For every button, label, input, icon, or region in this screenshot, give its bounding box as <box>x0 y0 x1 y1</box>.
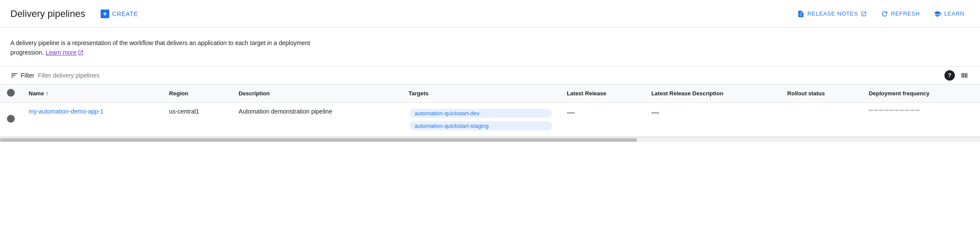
learn-more-ext-icon <box>78 50 84 56</box>
page-header: Delivery pipelines + CREATE RELEASE NOTE… <box>0 0 980 28</box>
document-icon <box>797 10 805 18</box>
help-button[interactable]: ? <box>944 70 955 81</box>
col-rollout-status: Rollout status <box>781 84 862 103</box>
table-row: my-automation-demo-app-1us-central1Autom… <box>0 102 980 136</box>
description-section: A delivery pipeline is a representation … <box>0 28 980 67</box>
filter-bar-right: ? <box>944 70 970 81</box>
col-latest-release-desc: Latest Release Description <box>644 84 781 103</box>
row-latest-release-desc-cell: — <box>644 102 781 136</box>
row-selector-cell <box>0 102 22 136</box>
external-link-icon <box>861 11 867 17</box>
col-description: Description <box>232 84 402 103</box>
row-latest-release-cell: — <box>560 102 644 136</box>
target-chip[interactable]: automation-quickstart-staging <box>409 121 552 130</box>
create-button[interactable]: + CREATE <box>95 6 143 22</box>
plus-icon: + <box>101 10 109 18</box>
learn-more-link[interactable]: Learn more <box>46 48 84 57</box>
row-name-cell: my-automation-demo-app-1 <box>22 102 162 136</box>
filter-icon <box>10 72 18 79</box>
filter-bar: Filter ? <box>0 67 980 84</box>
header-actions: RELEASE NOTES REFRESH LEARN <box>792 6 970 21</box>
table-scrollbar[interactable] <box>0 137 980 142</box>
table-header-row: Name ↑ Region Description Targets Latest… <box>0 84 980 103</box>
col-name[interactable]: Name ↑ <box>22 84 162 103</box>
learn-button[interactable]: LEARN <box>928 6 970 21</box>
refresh-button[interactable]: REFRESH <box>875 6 925 21</box>
row-rollout-status-cell <box>781 102 862 136</box>
target-chip[interactable]: automation-quickstart-dev <box>409 109 552 118</box>
table-container: Name ↑ Region Description Targets Latest… <box>0 84 980 142</box>
header-selector[interactable] <box>7 89 15 97</box>
pipeline-link[interactable]: my-automation-demo-app-1 <box>29 108 104 115</box>
col-targets: Targets <box>402 84 560 103</box>
col-latest-release: Latest Release <box>560 84 644 103</box>
pipelines-table: Name ↑ Region Description Targets Latest… <box>0 84 980 137</box>
filter-toggle[interactable]: Filter <box>10 72 34 79</box>
sort-asc-icon: ↑ <box>46 90 49 97</box>
table-scrollbar-thumb <box>0 138 637 142</box>
col-selector <box>0 84 22 103</box>
page-title: Delivery pipelines <box>10 8 85 20</box>
row-targets-cell: automation-quickstart-devautomation-quic… <box>402 102 560 136</box>
release-notes-button[interactable]: RELEASE NOTES <box>792 6 872 21</box>
filter-label: Filter <box>21 72 34 79</box>
row-selector[interactable] <box>7 115 15 123</box>
col-deployment-freq: Deployment frequency <box>862 84 980 103</box>
refresh-icon <box>881 10 889 18</box>
col-region: Region <box>162 84 232 103</box>
description-text: A delivery pipeline is a representation … <box>10 38 314 58</box>
graduation-icon <box>934 10 941 18</box>
row-description-cell: Automation demonstration pipeline <box>232 102 402 136</box>
filter-input[interactable] <box>38 72 941 79</box>
columns-toggle[interactable] <box>960 71 970 80</box>
row-region-cell: us-central1 <box>162 102 232 136</box>
row-deployment-freq-cell <box>862 102 980 136</box>
